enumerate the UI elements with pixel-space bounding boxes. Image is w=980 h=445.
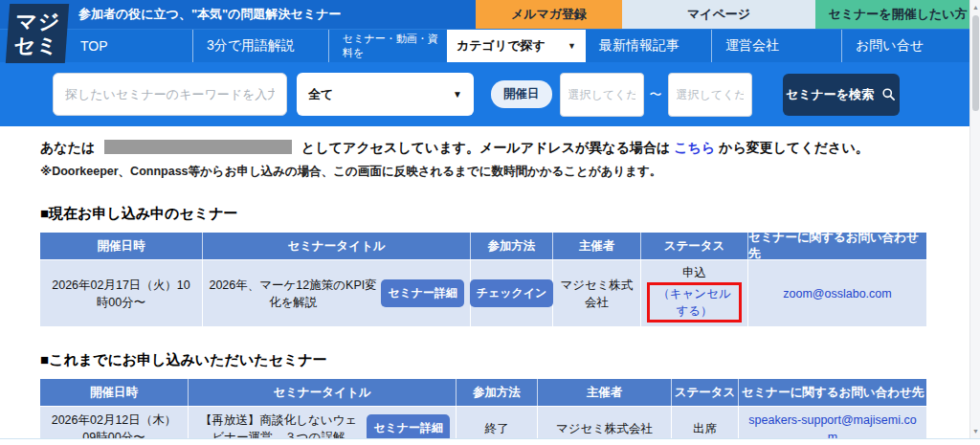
site-tagline: 参加者の役に立つ、"本気"の問題解決セミナー [78, 0, 341, 29]
logo-line2: セミ [13, 33, 60, 57]
cell-contact: zoom@osslabo.com [748, 260, 926, 326]
col-header-organizer: 主催者 [538, 379, 672, 406]
doorkeeper-note: ※Doorkeeper、Connpass等からお申し込みの場合、この画面に反映さ… [40, 164, 980, 180]
current-section-title: ■現在お申し込み中のセミナー [40, 205, 980, 223]
chevron-down-icon: ▼ [453, 89, 462, 100]
checkin-button[interactable]: チェックイン [470, 279, 554, 307]
seminar-search-button[interactable]: セミナーを検索 [783, 74, 900, 116]
col-header-contact: セミナーに関するお問い合わせ先 [739, 379, 926, 406]
horizontal-scrollbar-strip[interactable] [0, 438, 980, 445]
col-header-title: セミナータイトル [189, 379, 457, 406]
vertical-scrollbar[interactable]: ▲ ▼ [969, 0, 980, 438]
cell-title: 2026年、マーケ12施策のKPI変化を解説 セミナー詳細 [203, 260, 471, 326]
table-row: 2026年02月17日（火）10時00分〜 2026年、マーケ12施策のKPI変… [40, 259, 926, 326]
mypage-seminar-page: マジ セミ 参加者の役に立つ、"本気"の問題解決セミナー メルマガ登録 マイペー… [0, 0, 980, 445]
cell-datetime: 2026年02月17日（火）10時00分〜 [40, 260, 203, 326]
col-header-method: 参加方法 [471, 233, 553, 259]
cell-status: 申込 （キャンセルする） [641, 260, 748, 326]
host-seminar-tab[interactable]: セミナーを開催したい方 [815, 0, 980, 29]
majisemi-logo[interactable]: マジ セミ [6, 4, 69, 63]
search-icon [881, 87, 896, 101]
category-filter-select[interactable]: 全て ▼ [297, 73, 474, 116]
access-suffix: から変更してください。 [719, 140, 869, 155]
chevron-down-icon: ▼ [568, 41, 576, 51]
nav-item-news[interactable]: 最新情報記事 [586, 30, 712, 62]
keyword-search-input[interactable] [53, 73, 287, 116]
access-info-line: あなたは としてアクセスしています。メールアドレスが異なる場合は こちら から変… [40, 140, 980, 157]
search-button-label: セミナーを検索 [786, 86, 874, 103]
col-header-title: セミナータイトル [203, 233, 471, 259]
nav-item-company[interactable]: 運営会社 [712, 30, 842, 62]
col-header-method: 参加方法 [457, 379, 538, 406]
table-header-row: 開催日時 セミナータイトル 参加方法 主催者 ステータス セミナーに関するお問い… [40, 379, 926, 406]
past-seminars-table: 開催日時 セミナータイトル 参加方法 主催者 ステータス セミナーに関するお問い… [40, 379, 926, 445]
cell-method: チェックイン [471, 260, 553, 326]
seminar-title-text: 2026年、マーケ12施策のKPI変化を解説 [209, 277, 377, 311]
col-header-organizer: 主催者 [553, 233, 641, 259]
change-email-link[interactable]: こちら [674, 140, 715, 155]
date-to-input[interactable] [668, 73, 752, 117]
mailmag-signup-tab[interactable]: メルマガ登録 [476, 0, 622, 29]
col-header-status: ステータス [672, 379, 739, 406]
redacted-email-box [104, 140, 292, 154]
contact-email-link[interactable]: zoom@osslabo.com [783, 285, 891, 302]
top-header-bar: マジ セミ 参加者の役に立つ、"本気"の問題解決セミナー メルマガ登録 マイペー… [0, 0, 980, 29]
seminar-search-bar: 全て ▼ 開催日 〜 セミナーを検索 [0, 62, 980, 126]
cell-organizer: マジセミ株式会社 [553, 260, 641, 326]
col-header-datetime: 開催日時 [40, 233, 203, 259]
cancel-link[interactable]: （キャンセルする） [657, 287, 730, 318]
date-from-input[interactable] [560, 73, 644, 117]
col-header-status: ステータス [641, 233, 748, 259]
main-content: あなたは としてアクセスしています。メールアドレスが異なる場合は こちら から変… [0, 126, 980, 445]
nav-item-glossary[interactable]: 3分で用語解説 [193, 30, 329, 62]
nav-item-contact[interactable]: お問い合せ [842, 30, 972, 62]
cancel-highlight-box: （キャンセルする） [647, 282, 742, 323]
category-select-value: カテゴリで探す [457, 37, 546, 55]
scroll-down-arrow-icon[interactable]: ▼ [970, 425, 980, 437]
scrollbar-thumb[interactable] [972, 15, 979, 111]
current-seminars-table: 開催日時 セミナータイトル 参加方法 主催者 ステータス セミナーに関するお問い… [40, 233, 926, 326]
col-header-contact: セミナーに関するお問い合わせ先 [748, 233, 926, 259]
access-prefix: あなたは [40, 140, 95, 155]
nav-item-top[interactable]: TOP [67, 30, 193, 62]
date-range-label: 開催日 [491, 80, 552, 108]
scroll-up-arrow-icon[interactable]: ▲ [970, 1, 980, 13]
col-header-datetime: 開催日時 [40, 379, 189, 406]
table-header-row: 開催日時 セミナータイトル 参加方法 主催者 ステータス セミナーに関するお問い… [40, 233, 926, 259]
status-badge: 申込 [682, 264, 706, 281]
date-range-separator: 〜 [650, 86, 662, 103]
category-filter-value: 全て [308, 86, 333, 103]
main-navigation: TOP 3分で用語解説 セミナー・動画・資料を カテゴリで探す ▼ 最新情報記事… [0, 29, 980, 62]
nav-category-prefix-label: セミナー・動画・資料を [329, 30, 447, 62]
access-middle: としてアクセスしています。メールアドレスが異なる場合は [301, 140, 670, 155]
mypage-tab[interactable]: マイページ [622, 0, 815, 29]
logo-line1: マジ [14, 10, 61, 33]
seminar-detail-button[interactable]: セミナー詳細 [381, 279, 464, 307]
header-tabs: メルマガ登録 マイページ セミナーを開催したい方 [476, 0, 980, 29]
category-select[interactable]: カテゴリで探す ▼ [447, 30, 586, 62]
past-section-title: ■これまでにお申し込みいただいたセミナー [40, 351, 980, 369]
